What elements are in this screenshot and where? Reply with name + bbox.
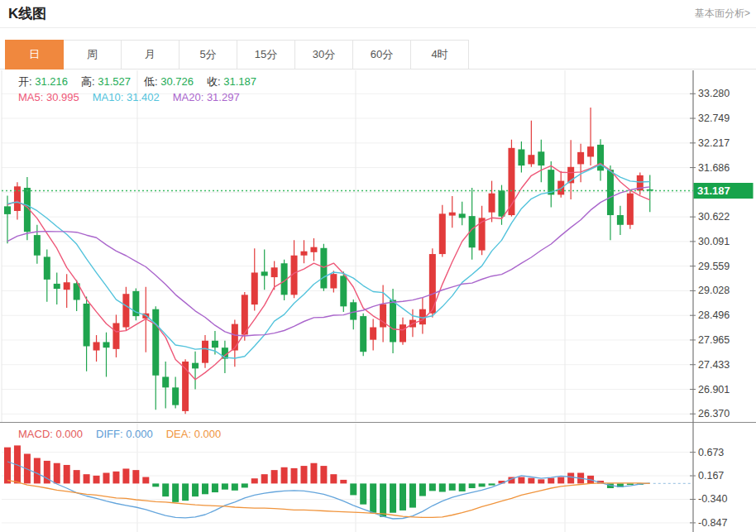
- candle-body: [459, 213, 466, 218]
- candle-body: [587, 146, 594, 156]
- axis-label: 32.217: [698, 137, 730, 149]
- macd-bar: [192, 483, 199, 496]
- axis-label: 29.559: [698, 261, 730, 272]
- axis-label: 28.496: [698, 309, 730, 321]
- macd-bar: [479, 483, 486, 486]
- period-tabbar: 日周月5分15分30分60分4时: [5, 40, 469, 69]
- dea-line: [7, 481, 650, 518]
- macd-readout: MACD: 0.000DIFF: 0.000DEA: 0.000: [18, 428, 234, 440]
- ohlc-readout: 开: 31.216高: 31.527低: 30.726收: 31.187: [18, 74, 270, 89]
- tab-5分[interactable]: 5分: [179, 40, 237, 69]
- diff-line: [7, 462, 650, 519]
- macd-bar: [330, 474, 337, 483]
- macd-axis-label: -0.340: [698, 493, 727, 505]
- macd-row-item: DIFF: 0.000: [96, 428, 153, 440]
- candle-body: [518, 150, 524, 166]
- candle-body: [489, 194, 495, 213]
- candle-body: [14, 186, 21, 211]
- axis-label: 27.433: [698, 359, 730, 371]
- macd-bar: [84, 474, 90, 483]
- macd-bar: [449, 483, 456, 490]
- ma20-line: [7, 187, 650, 336]
- macd-bar: [182, 483, 189, 501]
- candle-body: [162, 376, 169, 387]
- macd-bar: [202, 483, 208, 494]
- candle-body: [400, 324, 406, 342]
- candle-body: [192, 363, 199, 369]
- candle-body: [330, 274, 337, 288]
- macd-bar: [122, 468, 129, 483]
- candle-body: [172, 387, 179, 405]
- tab-15分[interactable]: 15分: [237, 40, 295, 69]
- candle-body: [242, 295, 248, 334]
- macd-bar: [281, 467, 288, 484]
- macd-bar: [518, 477, 524, 484]
- macd-row-item: MACD: 0.000: [18, 428, 83, 440]
- axis-label: 30.622: [698, 211, 730, 223]
- tab-4时[interactable]: 4时: [411, 40, 469, 69]
- kline-page: K线图 基本面分析> 日周月5分15分30分60分4时 开: 31.216高: …: [0, 0, 756, 532]
- macd-bar: [409, 483, 416, 507]
- macd-bar: [34, 458, 41, 484]
- tab-日[interactable]: 日: [5, 40, 64, 69]
- macd-bar: [557, 477, 564, 484]
- candle-body: [103, 342, 110, 347]
- candle-body: [370, 328, 376, 340]
- macd-bar: [152, 483, 159, 486]
- macd-bar: [103, 472, 110, 483]
- candle-body: [122, 294, 129, 327]
- candle-body: [528, 155, 534, 164]
- macd-bar: [567, 472, 574, 483]
- candle-body: [93, 342, 100, 350]
- candle-body: [152, 309, 159, 376]
- axis-label: 30.091: [698, 236, 730, 247]
- macd-bar: [340, 480, 347, 483]
- macd-bar: [261, 474, 268, 483]
- axis-label: 29.028: [698, 285, 730, 296]
- axis-label: 27.965: [698, 334, 730, 346]
- tab-30分[interactable]: 30分: [295, 40, 353, 69]
- candle-body: [112, 324, 119, 349]
- macd-bar: [489, 483, 495, 485]
- macd-bar: [380, 483, 386, 516]
- macd-axis-label: 0.167: [698, 470, 724, 482]
- macd-bar: [390, 483, 396, 512]
- macd-bar: [93, 476, 100, 484]
- tab-月[interactable]: 月: [122, 40, 179, 69]
- macd-bar: [528, 478, 534, 484]
- macd-bar: [538, 479, 544, 483]
- candle-body: [627, 194, 634, 225]
- candle-body: [617, 215, 624, 225]
- macd-bar: [4, 448, 11, 484]
- candle-body: [44, 256, 50, 279]
- macd-bar: [222, 483, 228, 489]
- macd-bar: [232, 483, 238, 490]
- candle-body: [271, 267, 278, 277]
- macd-bar: [172, 483, 179, 501]
- macd-bar: [112, 472, 119, 484]
- candle-body: [577, 152, 584, 165]
- tab-60分[interactable]: 60分: [353, 40, 411, 69]
- macd-bar: [271, 470, 278, 483]
- tab-周[interactable]: 周: [64, 40, 122, 69]
- macd-bar: [142, 477, 149, 484]
- macd-bar: [360, 483, 366, 504]
- ma-row-item: MA10: 31.402: [93, 91, 160, 103]
- axis-label: 26.901: [698, 384, 730, 395]
- candle-body: [607, 170, 614, 215]
- axis-label: 26.370: [698, 408, 730, 419]
- macd-bar: [301, 466, 308, 483]
- macd-bar: [320, 466, 327, 483]
- axis-label: 33.280: [698, 88, 730, 99]
- macd-bar: [627, 483, 634, 485]
- candles-layer: [4, 108, 653, 414]
- macd-bar: [419, 483, 426, 496]
- candle-body: [310, 247, 317, 252]
- axis-label: 31.686: [698, 162, 730, 174]
- macd-bar: [548, 478, 554, 484]
- macd-bar: [132, 470, 139, 483]
- candle-body: [34, 235, 41, 256]
- macd-bar: [64, 465, 70, 483]
- ohlc-row-item: 收: 31.187: [207, 75, 256, 88]
- macd-bar: [162, 483, 169, 496]
